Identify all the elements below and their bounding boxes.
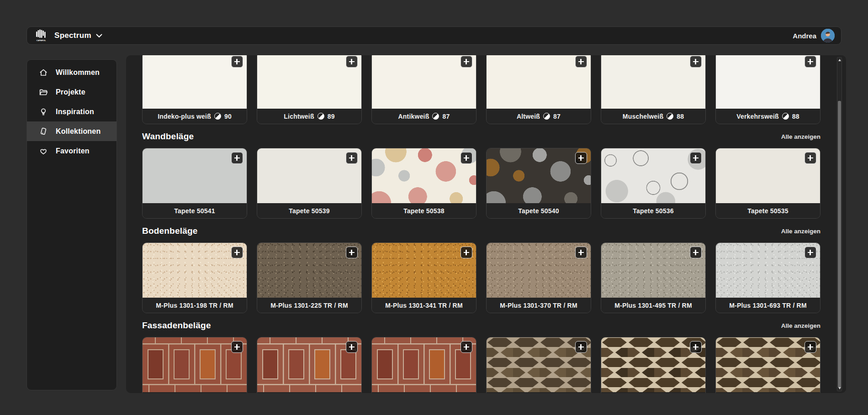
swatch-card-mplus-370[interactable]: M-Plus 1301-370 TR / RM (486, 242, 591, 313)
swatch-score: 90 (224, 113, 232, 120)
opacity-ratio-icon (782, 113, 789, 120)
paint-cards-row: Indeko-plus weiß 90 Lichtweiß 89 Antikwe… (142, 55, 820, 124)
swatch-card-muschelweiss[interactable]: Muschelweiß 88 (601, 55, 706, 124)
add-plus-button[interactable] (575, 341, 587, 353)
swatch-image (143, 243, 247, 298)
swatch-card-altweiss[interactable]: Altweiß 87 (486, 55, 591, 124)
swatch-image (601, 337, 705, 392)
swatch-card-mplus-693[interactable]: M-Plus 1301-693 TR / RM (715, 242, 820, 313)
add-plus-button[interactable] (231, 341, 243, 353)
chevron-down-icon[interactable] (96, 34, 102, 38)
facade-cards-row (142, 337, 820, 393)
swatch-card-mplus-198[interactable]: M-Plus 1301-198 TR / RM (142, 242, 247, 313)
swatch-label (257, 392, 361, 393)
opacity-ratio-icon (432, 113, 439, 120)
swatch-card-indeko-plus-weiss[interactable]: Indeko-plus weiß 90 (142, 55, 247, 124)
swatch-label (143, 392, 247, 393)
swatch-name: M-Plus 1301-341 TR / RM (385, 302, 463, 309)
swatch-card-antikweiss[interactable]: Antikweiß 87 (371, 55, 476, 124)
swatch-card-verkehrsweiss[interactable]: Verkehrsweiß 88 (715, 55, 820, 124)
home-icon (39, 68, 48, 77)
add-plus-button[interactable] (690, 152, 702, 164)
add-plus-button[interactable] (804, 56, 816, 68)
section-header-fassadenbelaege: Fassadenbeläge Alle anzeigen (142, 320, 820, 331)
swatch-card-tapete-50535[interactable]: Tapete 50535 (715, 148, 820, 219)
sidebar-item-willkommen[interactable]: Willkommen (27, 63, 116, 82)
swatch-image (716, 337, 820, 392)
swatch-label: Antikweiß 87 (372, 109, 476, 124)
swatch-name: M-Plus 1301-495 TR / RM (614, 302, 692, 309)
swatch-card-facade-brick-1[interactable] (142, 337, 247, 393)
add-plus-button[interactable] (231, 152, 243, 164)
vertical-scrollbar[interactable] (837, 57, 842, 391)
add-plus-button[interactable] (231, 56, 243, 68)
add-plus-button[interactable] (690, 56, 702, 68)
add-plus-button[interactable] (575, 56, 587, 68)
scrollbar-thumb[interactable] (838, 101, 841, 388)
swatch-image (487, 148, 591, 203)
add-plus-button[interactable] (804, 152, 816, 164)
add-plus-button[interactable] (460, 152, 472, 164)
swatch-image (487, 243, 591, 298)
add-plus-button[interactable] (460, 247, 472, 258)
swatch-name: Lichtweiß (284, 113, 314, 120)
add-plus-button[interactable] (346, 247, 358, 258)
add-plus-button[interactable] (460, 56, 472, 68)
swatch-card-mplus-495[interactable]: M-Plus 1301-495 TR / RM (601, 242, 706, 313)
swatch-card-facade-brick-2[interactable] (257, 337, 362, 393)
swatch-card-tapete-50541[interactable]: Tapete 50541 (142, 148, 247, 219)
swatch-card-mplus-225[interactable]: M-Plus 1301-225 TR / RM (257, 242, 362, 313)
add-plus-button[interactable] (231, 247, 243, 258)
heart-icon (39, 147, 48, 156)
swatch-card-tapete-50540[interactable]: Tapete 50540 (486, 148, 591, 219)
swatch-card-tapete-50538[interactable]: Tapete 50538 (371, 148, 476, 219)
swatch-card-facade-hex-1[interactable] (486, 337, 591, 393)
sidebar-item-projekte[interactable]: Projekte (27, 82, 116, 102)
show-all-link[interactable]: Alle anzeigen (781, 133, 820, 140)
add-plus-button[interactable] (690, 247, 702, 258)
swatch-label: Tapete 50535 (716, 203, 820, 218)
swatch-card-facade-hex-2[interactable] (601, 337, 706, 393)
show-all-link[interactable]: Alle anzeigen (781, 228, 820, 235)
add-plus-button[interactable] (804, 247, 816, 258)
add-plus-button[interactable] (460, 341, 472, 353)
sidebar-item-kollektionen[interactable]: Kollektionen (27, 121, 116, 141)
swatch-card-mplus-341[interactable]: M-Plus 1301-341 TR / RM (371, 242, 476, 313)
sidebar-item-favoriten[interactable]: Favoriten (27, 141, 116, 161)
swatch-card-facade-hex-3[interactable] (715, 337, 820, 393)
swatch-score: 87 (553, 113, 561, 120)
swatch-label (372, 392, 476, 393)
swatch-name: M-Plus 1301-370 TR / RM (500, 302, 577, 309)
add-plus-button[interactable] (346, 56, 358, 68)
swatch-name: Tapete 50540 (518, 207, 559, 215)
add-plus-button[interactable] (575, 152, 587, 164)
add-plus-button[interactable] (346, 341, 358, 353)
caparol-logo-icon[interactable]: CAPAROL (33, 28, 49, 43)
swatch-label (716, 392, 820, 393)
swatch-image (143, 55, 247, 109)
show-all-link[interactable]: Alle anzeigen (781, 322, 820, 329)
swatch-name: Altweiß (517, 113, 540, 120)
swatch-name: Indeko-plus weiß (158, 113, 211, 120)
add-plus-button[interactable] (690, 341, 702, 353)
swatch-image (601, 243, 705, 298)
swatch-label: M-Plus 1301-198 TR / RM (143, 298, 247, 313)
swatch-image (372, 337, 476, 392)
add-plus-button[interactable] (575, 247, 587, 258)
swatch-label: Muschelweiß 88 (601, 109, 705, 124)
scroll-down-arrow-icon[interactable] (838, 387, 841, 389)
swatch-card-tapete-50536[interactable]: Tapete 50536 (601, 148, 706, 219)
add-plus-button[interactable] (804, 341, 816, 353)
app-switcher[interactable]: Spectrum (54, 31, 91, 40)
sidebar-item-label: Inspiration (56, 108, 94, 116)
swatch-card-lichtweiss[interactable]: Lichtweiß 89 (257, 55, 362, 124)
sidebar-item-inspiration[interactable]: Inspiration (27, 102, 116, 121)
swatch-card-facade-brick-3[interactable] (371, 337, 476, 393)
opacity-ratio-icon (543, 113, 550, 120)
scroll-up-arrow-icon[interactable] (838, 59, 841, 61)
avatar[interactable] (821, 29, 835, 42)
section-title: Bodenbeläge (142, 226, 198, 236)
add-plus-button[interactable] (346, 152, 358, 164)
swatch-card-tapete-50539[interactable]: Tapete 50539 (257, 148, 362, 219)
section-title: Wandbeläge (142, 131, 194, 142)
